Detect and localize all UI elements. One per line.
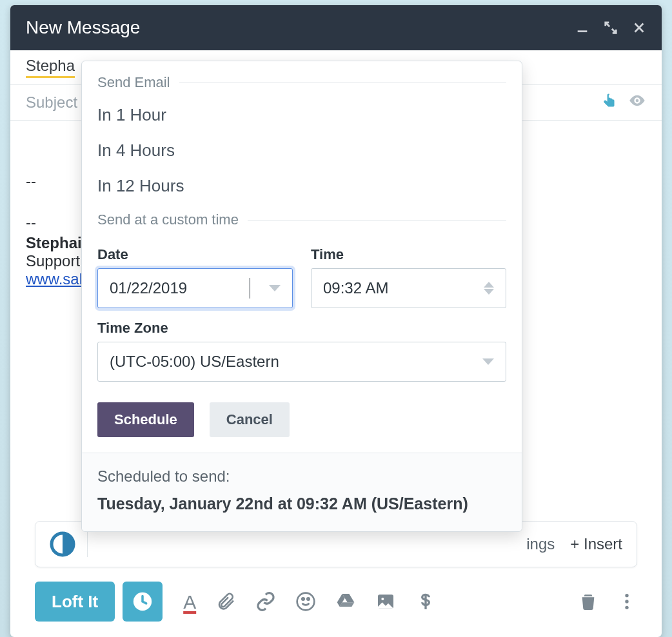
subject-placeholder: Subject <box>26 93 77 112</box>
time-input[interactable]: 09:32 AM <box>311 268 506 308</box>
option-12-hours[interactable]: In 12 Hours <box>97 168 506 204</box>
minimize-button[interactable] <box>575 21 589 35</box>
cancel-button[interactable]: Cancel <box>210 402 290 437</box>
more-options-icon[interactable] <box>617 591 637 612</box>
chevron-down-icon <box>482 358 494 365</box>
titlebar: New Message <box>10 5 662 50</box>
svg-point-7 <box>307 598 309 600</box>
schedule-popover: Send Email In 1 Hour In 4 Hours In 12 Ho… <box>81 61 522 532</box>
timezone-label: Time Zone <box>97 320 506 337</box>
svg-point-11 <box>625 600 628 603</box>
svg-point-12 <box>625 606 628 609</box>
suggestion-text-fragment: ings <box>526 535 555 553</box>
expand-button[interactable] <box>604 21 618 35</box>
time-stepper-icon[interactable] <box>484 282 494 295</box>
date-value: 01/22/2019 <box>110 279 187 297</box>
timezone-select[interactable]: (UTC-05:00) US/Eastern <box>97 342 506 382</box>
money-icon[interactable] <box>415 591 436 612</box>
svg-point-10 <box>625 594 628 597</box>
date-input[interactable]: 01/22/2019 <box>97 268 293 308</box>
chevron-down-icon <box>269 285 281 291</box>
window-title: New Message <box>26 17 140 38</box>
link-icon[interactable] <box>255 591 276 612</box>
timezone-value: (UTC-05:00) US/Eastern <box>110 353 279 371</box>
compose-toolbar: Loft It A <box>35 578 637 625</box>
emoji-icon[interactable] <box>295 591 316 612</box>
schedule-button[interactable]: Schedule <box>97 402 194 437</box>
svg-point-5 <box>297 593 315 611</box>
delete-icon[interactable] <box>578 591 598 612</box>
scheduled-datetime: Tuesday, January 22nd at 09:32 AM (US/Ea… <box>97 495 506 513</box>
signature-link[interactable]: www.sal <box>26 270 83 288</box>
send-email-heading: Send Email <box>97 74 506 91</box>
time-label: Time <box>311 246 506 263</box>
text-format-icon[interactable]: A <box>183 591 196 612</box>
insert-button[interactable]: + Insert <box>570 535 622 553</box>
close-button[interactable] <box>632 21 646 35</box>
option-1-hour[interactable]: In 1 Hour <box>97 97 506 133</box>
time-value: 09:32 AM <box>323 279 388 297</box>
click-tracking-icon[interactable] <box>601 92 619 113</box>
scheduled-label: Scheduled to send: <box>97 467 506 485</box>
custom-time-heading: Send at a custom time <box>97 211 506 228</box>
svg-point-9 <box>382 598 384 600</box>
svg-point-6 <box>302 598 304 600</box>
date-label: Date <box>97 246 293 263</box>
salesloft-logo-icon <box>50 531 75 557</box>
drive-icon[interactable] <box>335 591 356 612</box>
recipient-chip[interactable]: Stepha <box>26 57 75 78</box>
schedule-send-button[interactable] <box>123 582 163 622</box>
option-4-hours[interactable]: In 4 Hours <box>97 133 506 168</box>
image-icon[interactable] <box>375 591 396 612</box>
view-tracking-icon[interactable] <box>628 92 646 113</box>
attachment-icon[interactable] <box>215 591 236 612</box>
loft-it-button[interactable]: Loft It <box>35 582 115 622</box>
